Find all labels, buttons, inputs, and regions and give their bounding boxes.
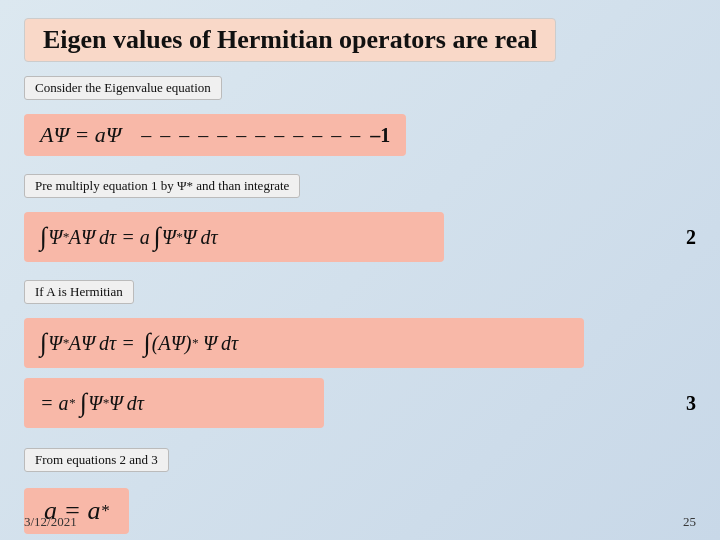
page-number: 25 bbox=[683, 514, 696, 530]
eq2-number: 2 bbox=[686, 226, 696, 249]
eq1-box: AΨ = aΨ – – – – – – – – – – – – –1 bbox=[24, 114, 406, 156]
eq1-number: –1 bbox=[370, 124, 390, 147]
slide: Eigen values of Hermitian operators are … bbox=[0, 0, 720, 540]
eq3b-box: = a* ∫ Ψ*Ψ dτ bbox=[24, 378, 324, 428]
label-from-eqs: From equations 2 and 3 bbox=[24, 448, 169, 472]
eq3a-box: ∫ Ψ*AΨ dτ = ∫ (AΨ)* Ψ dτ bbox=[24, 318, 584, 368]
equation-1-row: AΨ = aΨ – – – – – – – – – – – – –1 bbox=[24, 114, 696, 156]
eq2-box: ∫ Ψ*AΨ dτ = a ∫ Ψ*Ψ dτ bbox=[24, 212, 444, 262]
equation-3b-row: = a* ∫ Ψ*Ψ dτ 3 bbox=[24, 378, 696, 428]
title-text: Eigen values of Hermitian operators are … bbox=[43, 25, 537, 54]
equation-2-row: ∫ Ψ*AΨ dτ = a ∫ Ψ*Ψ dτ 2 bbox=[24, 212, 696, 262]
equation-final-row: a = a* bbox=[24, 488, 696, 534]
label-eigenvalue: Consider the Eigenvalue equation bbox=[24, 76, 222, 100]
title-box: Eigen values of Hermitian operators are … bbox=[24, 18, 696, 76]
label-premultiply: Pre multiply equation 1 by Ψ* and than i… bbox=[24, 174, 300, 198]
eq1-lhs: AΨ = aΨ bbox=[40, 122, 121, 148]
label-hermitian: If A is Hermitian bbox=[24, 280, 134, 304]
equation-3a-row: ∫ Ψ*AΨ dτ = ∫ (AΨ)* Ψ dτ bbox=[24, 318, 696, 368]
eq3-number: 3 bbox=[686, 392, 696, 415]
footer-date: 3/12/2021 bbox=[24, 514, 77, 530]
eq1-dashes: – – – – – – – – – – – – bbox=[141, 124, 362, 147]
